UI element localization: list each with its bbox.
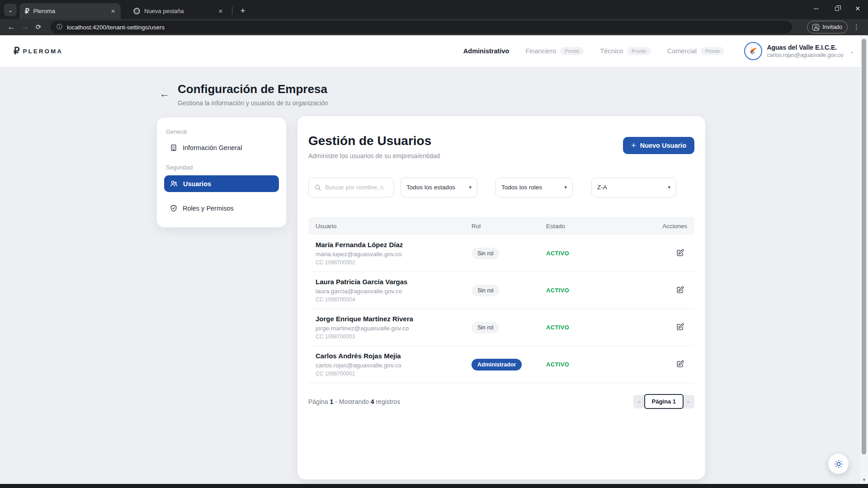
search-field[interactable] (308, 178, 394, 197)
user-name: María Fernanda López Díaz (316, 241, 472, 249)
window-bottom-edge (0, 484, 868, 488)
caret-down-icon: ▾ (469, 184, 472, 190)
minimize-button[interactable] (806, 0, 826, 17)
sort-filter-select[interactable]: Z-A ▾ (591, 178, 676, 197)
user-cell: Carlos Andrés Rojas Mejía carlos.rojas@a… (316, 352, 472, 377)
browser-menu-button[interactable]: ⋮ (853, 23, 860, 31)
sidebar-item-label: Usuarios (183, 180, 211, 188)
tab-nueva-pestana[interactable]: Nueva pestaña ✕ (128, 3, 228, 19)
pronto-badge: Pronto (627, 47, 651, 55)
nav-administrativo[interactable]: Administrativo (463, 47, 509, 55)
nav-label: Administrativo (463, 47, 509, 55)
pagination-text: registros (374, 398, 401, 405)
user-cell: María Fernanda López Díaz maria.lopez@ag… (316, 241, 472, 266)
chevron-down-icon: ⌄ (849, 48, 854, 55)
tab-pleroma[interactable]: ₽ Pleroma ✕ (19, 3, 121, 19)
role-filter-select[interactable]: Todos los roles ▾ (495, 178, 573, 197)
pagination-summary: Página 1 - Mostrando 4 registros (308, 398, 400, 405)
settings-sidebar: General Información General Seguridad Us… (157, 117, 286, 227)
nav-financiero[interactable]: Financiero Pronto (525, 47, 584, 55)
user-management-panel: Gestión de Usuarios Administre los usuar… (297, 116, 705, 479)
edit-user-button[interactable] (673, 321, 687, 334)
tab-title: Nueva pestaña (144, 8, 214, 14)
nav-label: Técnico (600, 47, 623, 55)
browser-forward-button[interactable]: → (18, 23, 32, 32)
role-badge: Sin rol (472, 248, 499, 259)
edit-user-button[interactable] (673, 284, 687, 297)
close-window-button[interactable]: ✕ (847, 0, 868, 17)
page-back-button[interactable]: ← (159, 88, 170, 100)
pleroma-logo-icon: ₽ (14, 46, 19, 56)
minimize-icon (814, 9, 819, 9)
browser-tabstrip: ⌄ ₽ Pleroma ✕ Nueva pestaña ✕ + ✕ (0, 0, 868, 19)
search-icon (314, 184, 321, 191)
caret-down-icon: ▾ (668, 184, 670, 190)
reload-button[interactable]: ⟳ (32, 23, 45, 31)
address-bar[interactable]: ⓘ localhost:4200/tenant-settings/users (51, 21, 792, 33)
main-nav: Administrativo Financiero Pronto Técnico… (463, 47, 725, 55)
role-badge: Administrador (472, 359, 522, 371)
edit-user-button[interactable] (673, 358, 687, 371)
current-page-button[interactable]: Página 1 (644, 394, 684, 409)
users-icon (170, 179, 178, 188)
user-document: CC 1098700003 (316, 333, 472, 340)
shield-check-icon (170, 204, 178, 212)
user-email: jorge.martinez@aguasvalle.gov.co (316, 325, 472, 332)
account-menu[interactable]: Aguas del Valle E.I.C.E. carlos.rojas@ag… (744, 42, 854, 60)
table-row: María Fernanda López Díaz maria.lopez@ag… (308, 235, 694, 272)
user-cell: Laura Patricia García Vargas laura.garci… (316, 278, 472, 303)
avatar (744, 42, 762, 60)
close-icon[interactable]: ✕ (218, 8, 223, 14)
brand-logo[interactable]: ₽ PLEROMA (14, 46, 63, 56)
page-subtitle: Gestiona la información y usuarios de tu… (178, 99, 328, 107)
search-input[interactable] (325, 184, 384, 191)
page-scrollbar[interactable]: ▼ (860, 35, 868, 484)
previous-page-button[interactable]: « (633, 395, 646, 408)
table-row: Carlos Andrés Rojas Mejía carlos.rojas@a… (308, 346, 694, 383)
theme-toggle-button[interactable] (828, 454, 849, 474)
edit-icon (676, 360, 684, 368)
close-icon[interactable]: ✕ (111, 8, 115, 14)
new-tab-button[interactable]: + (236, 5, 249, 17)
account-name: Aguas del Valle E.I.C.E. (767, 44, 843, 52)
new-user-button[interactable]: + Nuevo Usuario (623, 137, 694, 154)
restore-button[interactable] (826, 0, 847, 17)
sidebar-item-roles-permisos[interactable]: Roles y Permisos (164, 200, 279, 216)
pronto-badge: Pronto (701, 47, 724, 55)
pleroma-favicon-icon: ₽ (25, 7, 29, 15)
page-heading: Configuración de Empresa Gestiona la inf… (178, 82, 328, 107)
next-page-button[interactable]: » (682, 395, 694, 408)
nav-comercial[interactable]: Comercial Pronto (667, 47, 725, 55)
pagination: Página 1 - Mostrando 4 registros « Págin… (308, 394, 694, 409)
status-filter-select[interactable]: Todos los estados ▾ (401, 178, 477, 197)
browser-back-button[interactable]: ← (5, 23, 18, 32)
user-cell: Jorge Enrique Martínez Rivera jorge.mart… (316, 315, 472, 340)
app-header: ₽ PLEROMA Administrativo Financiero Pron… (0, 35, 868, 67)
edit-user-button[interactable] (673, 247, 687, 260)
site-info-icon[interactable]: ⓘ (57, 23, 62, 31)
table-row: Jorge Enrique Martínez Rivera jorge.mart… (308, 309, 694, 346)
wing-logo-icon (747, 45, 759, 57)
sort-filter-value: Z-A (597, 184, 607, 191)
user-name: Jorge Enrique Martínez Rivera (316, 315, 472, 323)
user-document: CC 1098700004 (316, 296, 472, 303)
edit-icon (676, 249, 684, 257)
sidebar-item-label: Información General (183, 144, 242, 151)
building-icon (170, 144, 178, 152)
person-icon (812, 24, 819, 31)
browser-window: ⌄ ₽ Pleroma ✕ Nueva pestaña ✕ + ✕ ← → ⟳ … (0, 0, 868, 488)
pagination-record-count: 4 (371, 398, 374, 405)
panel-subtitle: Administre los usuarios de su empresa/en… (308, 152, 440, 160)
pagination-text: Página (308, 398, 330, 405)
nav-tecnico[interactable]: Técnico Pronto (600, 47, 651, 55)
scrollbar-thumb[interactable] (862, 39, 866, 455)
sidebar-item-usuarios[interactable]: Usuarios (164, 175, 279, 192)
filters-bar: Todos los estados ▾ Todos los roles ▾ Z-… (308, 177, 694, 197)
status-badge: ACTIVO (546, 324, 641, 331)
profile-button[interactable]: Invitado (807, 21, 848, 33)
tab-search-button[interactable]: ⌄ (4, 4, 17, 16)
scrollbar-down-arrow-icon[interactable]: ▼ (860, 478, 868, 482)
url-text: localhost:4200/tenant-settings/users (67, 24, 165, 31)
user-email: carlos.rojas@aguasvalle.gov.co (316, 362, 472, 369)
sidebar-item-informacion-general[interactable]: Información General (164, 140, 279, 156)
